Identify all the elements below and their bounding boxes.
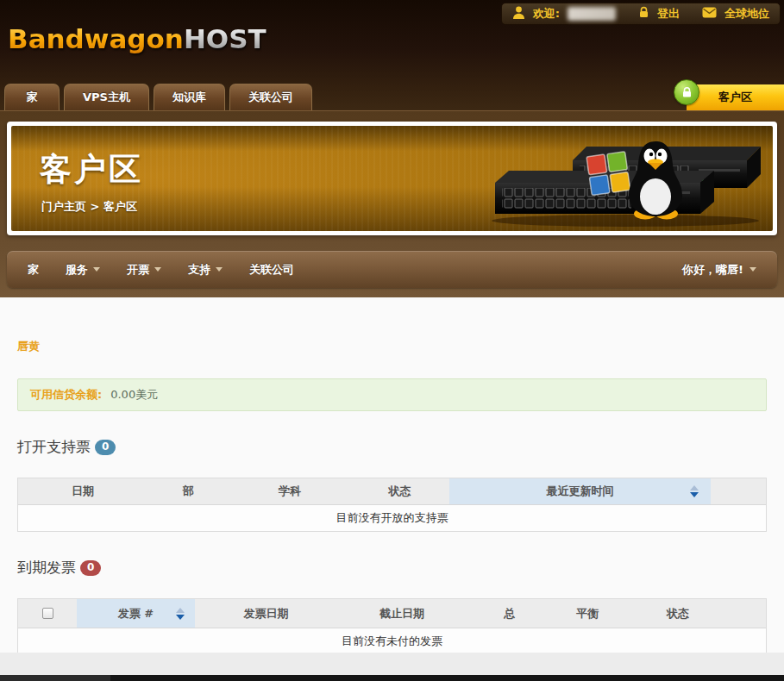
sort-icon[interactable] xyxy=(176,608,185,620)
footer-left-segment xyxy=(0,675,110,681)
due-invoices-count-badge: 0 xyxy=(80,560,101,576)
lock-badge-icon xyxy=(674,79,699,105)
sort-down-arrow xyxy=(690,492,699,497)
tab-knowledgebase[interactable]: 知识库 xyxy=(154,84,225,110)
select-all-checkbox[interactable] xyxy=(42,608,53,619)
col-filler xyxy=(734,599,766,628)
logo-brand-text: Bandwagon xyxy=(8,23,184,54)
sort-up-arrow xyxy=(176,608,185,613)
tab-home[interactable]: 家 xyxy=(4,84,60,110)
chevron-down-icon xyxy=(93,267,100,272)
open-tickets-count-badge: 0 xyxy=(95,440,116,455)
account-username: 唇黄 xyxy=(17,297,767,354)
col-department[interactable]: 部 xyxy=(147,478,229,504)
open-tickets-header-row: 日期 部 学科 状态 最近更新时间 xyxy=(18,478,766,505)
credit-balance-bar: 可用信贷余额: 0.00美元 xyxy=(17,378,767,411)
lower-gray-area xyxy=(0,653,784,675)
user-menu[interactable]: 你好，嘴唇! xyxy=(682,262,756,278)
subnav-support-label: 支持 xyxy=(188,262,210,278)
open-tickets-table: 日期 部 学科 状态 最近更新时间 目前没有开放的支持票 xyxy=(17,478,767,532)
col-invoice-number-label: 发票 # xyxy=(118,606,154,622)
credit-balance-value: 0.00美元 xyxy=(110,387,158,403)
col-invoice-status[interactable]: 状态 xyxy=(622,599,734,628)
due-invoices-empty-row: 目前没有未付的发票 xyxy=(18,628,766,653)
site-header: 欢迎: 登出 全球地位 BandwagonHOST 家 VPS主机 知识库 关联… xyxy=(0,0,784,110)
user-icon xyxy=(512,6,525,22)
subnav-services-label: 服务 xyxy=(66,262,88,278)
greeting-label: 你好，嘴唇! xyxy=(682,262,743,278)
due-invoices-heading: 到期发票 0 xyxy=(17,558,767,578)
envelope-icon xyxy=(702,7,717,21)
global-status-link[interactable]: 全球地位 xyxy=(724,6,769,22)
sort-icon[interactable] xyxy=(690,485,699,497)
col-total[interactable]: 总 xyxy=(467,599,553,628)
logo-suffix-text: HOST xyxy=(184,23,267,54)
server-illustration xyxy=(483,131,768,228)
due-invoices-table: 发票 # 发票日期 截止日期 总 平衡 状态 目前没有未付的发票 xyxy=(17,598,767,653)
page-banner: 客户区 门户主页 > 客户区 xyxy=(7,122,777,235)
welcome-label: 欢迎: xyxy=(533,6,560,22)
secondary-nav: 家 服务 开票 支持 关联公司 你好，嘴唇! xyxy=(7,251,777,288)
chevron-down-icon xyxy=(750,267,756,272)
client-area-label: 客户区 xyxy=(718,90,752,105)
footer-bar xyxy=(0,675,784,681)
tab-affiliates[interactable]: 关联公司 xyxy=(229,84,312,110)
col-select-all xyxy=(18,599,77,628)
chevron-down-icon xyxy=(154,267,161,272)
main-content: 唇黄 可用信贷余额: 0.00美元 打开支持票 0 日期 部 学科 状态 最近更… xyxy=(0,297,784,653)
brand-logo[interactable]: BandwagonHOST xyxy=(8,23,267,54)
logout-link[interactable]: 登出 xyxy=(657,6,680,22)
col-balance[interactable]: 平衡 xyxy=(553,599,622,628)
sort-up-arrow xyxy=(690,485,699,490)
col-date[interactable]: 日期 xyxy=(18,478,147,504)
open-tickets-empty-row: 目前没有开放的支持票 xyxy=(18,505,766,531)
col-subject[interactable]: 学科 xyxy=(229,478,350,504)
subnav-billing[interactable]: 开票 xyxy=(127,262,161,278)
col-filler xyxy=(711,478,766,504)
col-last-updated[interactable]: 最近更新时间 xyxy=(449,478,711,504)
due-invoices-title: 到期发票 xyxy=(17,558,76,578)
banner-inner: 客户区 门户主页 > 客户区 xyxy=(11,126,773,231)
open-tickets-title: 打开支持票 xyxy=(17,437,91,457)
col-status[interactable]: 状态 xyxy=(350,478,449,504)
credit-balance-label: 可用信贷余额: xyxy=(30,387,102,403)
due-invoices-header-row: 发票 # 发票日期 截止日期 总 平衡 状态 xyxy=(18,599,766,628)
col-invoice-date[interactable]: 发票日期 xyxy=(195,599,337,628)
col-invoice-number[interactable]: 发票 # xyxy=(77,599,195,628)
client-area-button[interactable]: 客户区 xyxy=(687,84,784,110)
hero-strip: 客户区 门户主页 > 客户区 xyxy=(0,110,784,297)
subnav-support[interactable]: 支持 xyxy=(188,262,223,278)
sort-down-arrow xyxy=(176,615,185,620)
subnav-billing-label: 开票 xyxy=(127,262,149,278)
subnav-home-label: 家 xyxy=(28,262,39,278)
main-nav: 家 VPS主机 知识库 关联公司 客户区 xyxy=(4,82,784,110)
col-due-date[interactable]: 截止日期 xyxy=(337,599,467,628)
subnav-home[interactable]: 家 xyxy=(28,262,39,278)
subnav-services[interactable]: 服务 xyxy=(66,262,100,278)
open-tickets-heading: 打开支持票 0 xyxy=(17,437,767,457)
topbar: 欢迎: 登出 全球地位 xyxy=(501,3,781,25)
username-redacted xyxy=(568,7,616,21)
tab-vps[interactable]: VPS主机 xyxy=(64,84,149,110)
subnav-affiliates[interactable]: 关联公司 xyxy=(249,262,294,278)
subnav-affiliates-label: 关联公司 xyxy=(249,262,294,278)
padlock-icon xyxy=(638,6,649,22)
chevron-down-icon xyxy=(216,267,223,272)
col-last-updated-label: 最近更新时间 xyxy=(547,484,614,499)
